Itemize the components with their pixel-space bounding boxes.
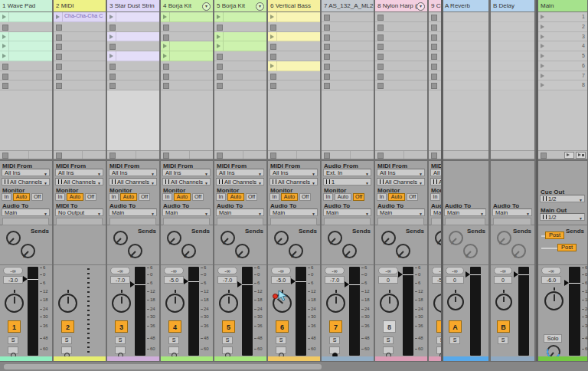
clip-slot-stop[interactable] [429,41,441,51]
clip-play-icon[interactable] [163,44,167,48]
scene-play-icon[interactable] [541,34,544,39]
routing-chooser[interactable]: No Output▼ [55,208,103,216]
clip-stop-icon[interactable] [270,74,276,80]
clip-play-icon[interactable] [2,15,6,19]
clip-slot-stop[interactable] [429,32,441,42]
scene-slot[interactable]: 4 [538,41,587,51]
scene-slot[interactable]: 7 [538,71,587,81]
clip-play-icon[interactable] [163,15,167,19]
monitor-off-button[interactable]: Off [407,193,418,201]
track-activator-button[interactable]: 4 [168,320,181,333]
arm-button[interactable] [329,346,340,354]
arm-button[interactable] [115,346,126,354]
clip-slot-stop[interactable] [322,12,374,22]
solo-button[interactable]: S [115,337,126,344]
monitor-in-button[interactable]: In [55,193,65,201]
solo-button[interactable]: S [383,337,394,344]
arm-button[interactable] [8,346,18,354]
send-b-knob[interactable]: B [181,244,196,258]
stop-all-track-clips-icon[interactable] [270,153,276,159]
clip-stop-icon[interactable] [56,25,62,31]
send-a-knob[interactable]: A [274,231,289,245]
volume-value-field[interactable]: -7.0 [110,276,130,284]
track-activator-button[interactable]: 5 [222,320,235,333]
clip-slot-filled[interactable] [268,12,320,22]
clip-slot-stop[interactable] [0,80,52,90]
clip-slot-stop[interactable] [54,32,106,42]
clip-slot-stop[interactable] [268,51,320,61]
scene-slot[interactable]: 1 [538,12,587,22]
empty-clip-area[interactable] [322,90,374,150]
clip-stop-icon[interactable] [217,83,223,89]
volume-value-field[interactable]: -5.0 [164,276,184,284]
send-b-knob[interactable]: B [511,244,526,258]
peak-level-display[interactable]: -∞ [3,267,23,274]
clip-slot-stop[interactable] [214,80,266,90]
clip-slot-filled[interactable] [268,61,320,71]
volume-fader-handle[interactable] [466,271,470,277]
routing-chooser[interactable]: Main▼ [444,208,486,216]
clip-play-icon[interactable] [217,15,220,19]
routing-chooser[interactable]: 1/2▼ [540,213,585,221]
clip-stop-icon[interactable] [377,15,384,21]
volume-value-field[interactable]: -7.0 [217,276,237,284]
routing-chooser[interactable]: All Channels▼ [430,178,441,186]
clip-slot-stop[interactable] [54,61,106,71]
volume-value-field[interactable]: -6.0 [541,276,561,284]
clip-slot-stop[interactable] [268,71,320,81]
arm-button[interactable] [222,346,233,354]
clip-slot-filled[interactable] [107,32,159,42]
routing-chooser[interactable]: 1/2▼ [540,195,585,202]
routing-chooser[interactable]: Main▼ [323,208,371,216]
clip-play-icon[interactable] [2,44,6,48]
clip-slot-stop[interactable] [0,61,52,71]
empty-clip-area[interactable] [214,90,266,150]
send-b-knob[interactable]: B [235,244,250,258]
clip-play-icon[interactable] [56,15,60,19]
track-activator-button[interactable]: B [497,320,510,333]
clip-stop-icon[interactable] [270,44,276,50]
send-a-knob[interactable]: A [113,231,128,245]
peak-level-display[interactable]: -∞ [110,267,130,274]
volume-fader-handle[interactable] [398,271,403,277]
track-header[interactable]: B Delay [491,0,534,12]
clip-slot-stop[interactable] [322,71,374,81]
clip-play-icon[interactable] [270,15,274,19]
clip-slot-stop[interactable] [0,22,52,32]
arm-button[interactable] [168,346,179,354]
empty-clip-area[interactable] [161,90,213,150]
scene-slot[interactable]: 5 [538,51,587,61]
chevron-down-circle-icon[interactable]: ▾ [256,2,264,11]
track-activator-button[interactable]: 8 [383,320,396,333]
track-header[interactable]: 2 MIDI [54,0,106,12]
clip-stop-icon[interactable] [431,83,437,89]
send-a-knob[interactable]: A [435,231,441,245]
volume-value-field[interactable]: -3.0 [3,276,23,284]
clip-slot-stop[interactable] [161,32,213,42]
pan-knob[interactable] [165,294,185,313]
clip-slot-stop[interactable] [54,51,106,61]
clip-slot-stop[interactable] [429,71,441,81]
clip-play-icon[interactable] [109,15,113,19]
scene-play-icon[interactable] [541,15,544,19]
clip-slot-filled[interactable] [107,51,159,61]
clip-stop-icon[interactable] [217,54,223,60]
routing-chooser[interactable]: All Ins▼ [162,169,211,176]
routing-chooser[interactable]: All Ins▼ [55,169,103,176]
clip-stop-icon[interactable] [324,74,330,80]
track-header[interactable]: 9 CF [429,0,441,12]
clip-slot-stop[interactable] [54,80,106,90]
arm-button[interactable] [383,346,394,354]
clip-play-icon[interactable] [217,44,220,48]
routing-chooser[interactable]: All Channels▼ [216,178,264,186]
clip-slot-stop[interactable] [54,71,106,81]
clip-stop-icon[interactable] [324,64,330,70]
track-activator-button[interactable]: 1 [8,320,21,333]
routing-chooser[interactable]: Ext. In▼ [323,169,371,176]
clip-slot-stop[interactable] [375,22,427,32]
clip-stop-icon[interactable] [217,74,223,80]
clip-stop-icon[interactable] [56,64,62,70]
clip-play-icon[interactable] [270,64,274,68]
send-a-knob[interactable]: A [220,231,235,245]
clip-slot-filled[interactable]: Cha-Cha-Cha C [54,12,106,22]
